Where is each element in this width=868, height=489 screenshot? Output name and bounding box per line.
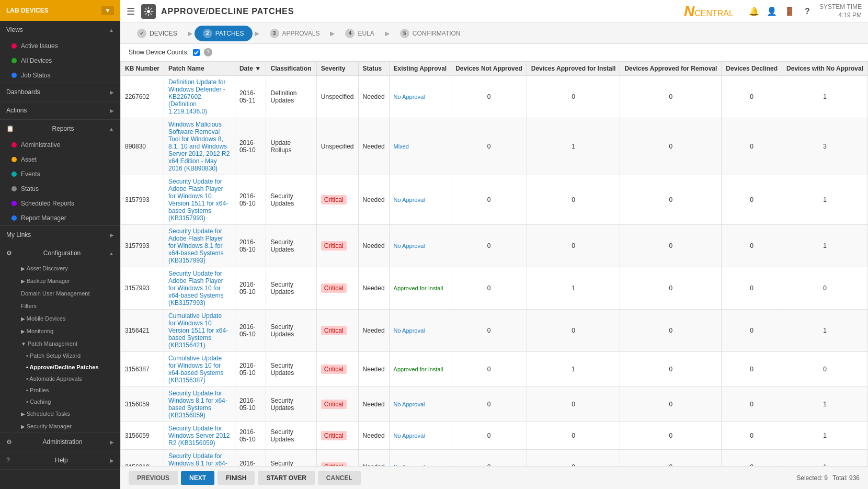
cell-kb: 3157993: [121, 267, 164, 310]
sidebar-administration-header[interactable]: ⚙ Administration ▶: [0, 433, 120, 451]
approval-mixed[interactable]: Mixed: [394, 143, 409, 150]
table-row[interactable]: 2267602 Definition Update for Windows De…: [121, 76, 868, 118]
sidebar-child-approve-decline-patches[interactable]: • Approve/Decline Patches: [0, 361, 120, 373]
sidebar-configuration-header[interactable]: ⚙ Configuration ▲: [0, 244, 120, 262]
col-severity[interactable]: Severity: [316, 62, 358, 76]
sidebar-item-active-issues[interactable]: Active Issues: [0, 39, 120, 53]
start-over-button[interactable]: START OVER: [258, 471, 314, 485]
sidebar-item-all-devices[interactable]: All Devices: [0, 53, 120, 68]
sidebar-actions-header[interactable]: Actions ▶: [0, 101, 120, 119]
table-row[interactable]: 3156019 Security Update for Windows 8.1 …: [121, 450, 868, 467]
approval-no-approval[interactable]: No Approval: [394, 197, 425, 203]
main-area: ☰ APPROVE/DECLINE PATCHES NCENTRAL 🔔 👤 🚪…: [120, 0, 868, 489]
col-patch-name[interactable]: Patch Name: [164, 62, 235, 76]
patch-name-link[interactable]: Security Update for Windows Server 2012 …: [168, 425, 230, 447]
sidebar-item-administrative[interactable]: Administrative: [0, 138, 120, 152]
patch-name-link[interactable]: Security Update for Adobe Flash Player f…: [168, 228, 223, 264]
patch-name-link[interactable]: Cumulative Update for Windows 10 Version…: [168, 312, 228, 349]
patch-name-link[interactable]: Windows Malicious Software Removal Tool …: [168, 121, 230, 172]
patch-name-link[interactable]: Security Update for Adobe Flash Player f…: [168, 270, 223, 306]
wizard-step-patches[interactable]: 2 PATCHES: [195, 26, 253, 41]
table-row[interactable]: 3156059 Security Update for Windows 8.1 …: [121, 387, 868, 422]
cell-for-removal: 0: [620, 118, 722, 175]
sidebar-my-links-header[interactable]: My Links ▶: [0, 226, 120, 244]
sidebar-item-backup-manager[interactable]: ▶ Backup Manager: [0, 275, 120, 287]
table-row[interactable]: 3157993 Security Update for Adobe Flash …: [121, 175, 868, 225]
col-classification[interactable]: Classification: [266, 62, 316, 76]
sidebar-help-header[interactable]: ? Help ▶: [0, 451, 120, 469]
user-profile-icon[interactable]: 👤: [764, 4, 780, 19]
wizard-step-approvals[interactable]: 3 APPROVALS: [261, 26, 328, 41]
approval-no-approval[interactable]: No Approval: [394, 401, 425, 407]
col-devices-declined[interactable]: Devices Declined: [722, 62, 782, 76]
approval-no-approval[interactable]: No Approval: [394, 464, 425, 466]
wizard-step-confirmation[interactable]: 5 CONFIRMATION: [392, 26, 469, 41]
sidebar-item-events[interactable]: Events: [0, 167, 120, 181]
table-row[interactable]: 890830 Windows Malicious Software Remova…: [121, 118, 868, 175]
table-row[interactable]: 3156059 Security Update for Windows Serv…: [121, 422, 868, 450]
sidebar-item-mobile-devices[interactable]: ▶ Mobile Devices: [0, 312, 120, 325]
cell-patch-name: Cumulative Update for Windows 10 Version…: [164, 310, 235, 352]
sidebar-item-job-status[interactable]: Job Status: [0, 68, 120, 83]
table-row[interactable]: 3156421 Cumulative Update for Windows 10…: [121, 310, 868, 352]
sidebar-item-report-manager[interactable]: Report Manager: [0, 211, 120, 225]
sidebar-item-scheduled-tasks[interactable]: ▶ Scheduled Tasks: [0, 407, 120, 420]
sidebar-child-patch-setup-wizard[interactable]: • Patch Setup Wizard: [0, 350, 120, 361]
toolbar-help-icon[interactable]: ?: [204, 48, 212, 56]
sidebar-item-asset[interactable]: Asset: [0, 152, 120, 167]
patch-name-link[interactable]: Definition Update for Windows Defender -…: [168, 78, 225, 115]
sidebar-reports-header[interactable]: 📋 Reports ▲: [0, 120, 120, 138]
col-status[interactable]: Status: [358, 62, 389, 76]
approval-no-approval[interactable]: No Approval: [394, 94, 425, 100]
cancel-button[interactable]: CANCEL: [318, 471, 361, 485]
col-devices-approved-removal[interactable]: Devices Approved for Removal: [620, 62, 722, 76]
sidebar-child-automatic-approvals[interactable]: • Automatic Approvals: [0, 373, 120, 384]
sidebar-item-asset-discovery[interactable]: ▶ Asset Discovery: [0, 262, 120, 275]
notifications-bell-icon[interactable]: 🔔: [746, 4, 762, 19]
sidebar-item-domain-user-management[interactable]: Domain User Management: [0, 287, 120, 300]
sidebar-child-caching[interactable]: • Caching: [0, 396, 120, 407]
col-date[interactable]: Date ▼: [235, 62, 266, 76]
approval-no-approval[interactable]: No Approval: [394, 243, 425, 249]
hamburger-menu-icon[interactable]: ☰: [127, 6, 135, 17]
sidebar-item-status[interactable]: Status: [0, 181, 120, 196]
col-existing-approval[interactable]: Existing Approval: [389, 62, 451, 76]
logout-icon[interactable]: 🚪: [782, 4, 797, 19]
asset-discovery-expand: ▶: [21, 266, 27, 271]
patch-name-link[interactable]: Security Update for Windows 8.1 for x64-…: [168, 452, 227, 466]
next-button[interactable]: NEXT: [181, 471, 214, 485]
patch-name-link[interactable]: Cumulative Update for Windows 10 for x64…: [168, 355, 223, 384]
sidebar-dropdown-icon[interactable]: ▼: [101, 6, 114, 15]
approval-no-approval[interactable]: No Approval: [394, 327, 425, 334]
table-row[interactable]: 3157993 Security Update for Adobe Flash …: [121, 267, 868, 310]
sidebar-section-views-header[interactable]: Views ▲: [0, 21, 120, 39]
cell-declined: 0: [722, 267, 782, 310]
step-separator-3: ▶: [330, 30, 335, 37]
previous-button[interactable]: PREVIOUS: [129, 471, 178, 485]
sidebar-item-monitoring[interactable]: ▶ Monitoring: [0, 325, 120, 337]
sidebar-item-scheduled-reports[interactable]: Scheduled Reports: [0, 196, 120, 211]
col-kb-number[interactable]: KB Number: [121, 62, 164, 76]
table-row[interactable]: 3156387 Cumulative Update for Windows 10…: [121, 352, 868, 387]
wizard-step-devices[interactable]: ✓ DEVICES: [129, 26, 186, 41]
sidebar-header[interactable]: LAB DEVICES ▼: [0, 0, 120, 21]
finish-button[interactable]: FINISH: [218, 471, 255, 485]
sidebar-item-filters[interactable]: Filters: [0, 300, 120, 312]
cell-no-approval: 3: [782, 118, 868, 175]
footer-buttons: PREVIOUS NEXT FINISH START OVER CANCEL: [129, 471, 361, 485]
approval-no-approval[interactable]: No Approval: [394, 433, 425, 439]
table-row[interactable]: 3157993 Security Update for Adobe Flash …: [121, 225, 868, 267]
sidebar-dashboards-header[interactable]: Dashboards ▶: [0, 83, 120, 101]
cell-date: 2016-05-10: [235, 387, 266, 422]
col-devices-not-approved[interactable]: Devices Not Approved: [451, 62, 527, 76]
sidebar-item-security-manager[interactable]: ▶ Security Manager: [0, 420, 120, 433]
show-device-counts-checkbox[interactable]: [193, 49, 200, 56]
sidebar-child-profiles[interactable]: • Profiles: [0, 384, 120, 396]
patch-name-link[interactable]: Security Update for Adobe Flash Player f…: [168, 178, 228, 222]
help-question-icon[interactable]: ?: [800, 4, 815, 19]
col-devices-no-approval[interactable]: Devices with No Approval: [782, 62, 868, 76]
col-devices-approved-install[interactable]: Devices Approved for Install: [527, 62, 620, 76]
sidebar-item-patch-management[interactable]: ▼ Patch Management: [0, 337, 120, 350]
wizard-step-eula[interactable]: 4 EULA: [337, 26, 382, 41]
patch-name-link[interactable]: Security Update for Windows 8.1 for x64-…: [168, 390, 227, 419]
